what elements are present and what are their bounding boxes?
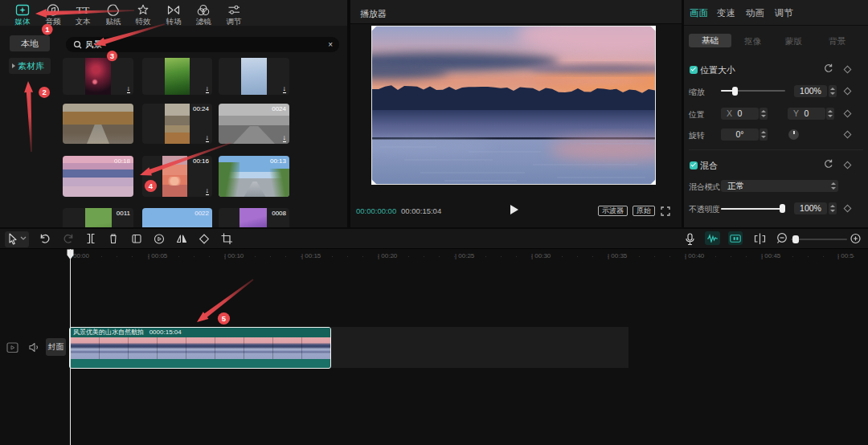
svg-text:TT: TT [76, 4, 90, 16]
